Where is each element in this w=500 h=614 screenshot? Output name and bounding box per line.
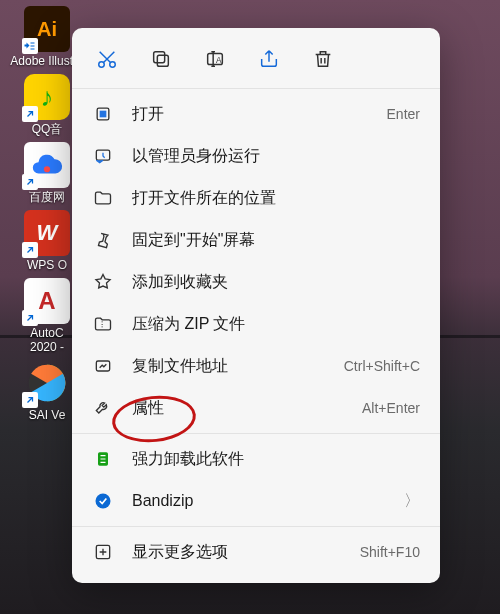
zip-icon: [92, 313, 114, 335]
menu-shortcut: Alt+Enter: [362, 400, 420, 416]
share-icon[interactable]: [256, 46, 282, 72]
icon-label: 百度网: [29, 190, 65, 204]
copypath-icon: [92, 355, 114, 377]
shortcut-overlay: [22, 106, 38, 122]
menu-item-copy-path[interactable]: 复制文件地址 Ctrl+Shift+C: [72, 345, 440, 387]
menu-label: 固定到"开始"屏幕: [132, 230, 420, 251]
star-icon: [92, 271, 114, 293]
svg-text:A: A: [216, 56, 222, 65]
menu-item-show-more[interactable]: 显示更多选项 Shift+F10: [72, 531, 440, 573]
menu-item-add-favorite[interactable]: 添加到收藏夹: [72, 261, 440, 303]
menu-label: 打开文件所在的位置: [132, 188, 420, 209]
shortcut-overlay: [22, 174, 38, 190]
context-toolbar: A: [72, 36, 440, 84]
menu-label: 复制文件地址: [132, 356, 326, 377]
shortcut-overlay: [22, 38, 38, 54]
svg-point-3: [110, 62, 116, 68]
menu-label: 打开: [132, 104, 369, 125]
ai-glyph: Ai: [37, 18, 57, 41]
menu-shortcut: Shift+F10: [360, 544, 420, 560]
autocad-glyph: A: [38, 287, 55, 315]
svg-rect-4: [157, 55, 168, 66]
icon-label: SAI Ve: [29, 408, 66, 422]
open-icon: [92, 103, 114, 125]
icon-label: AutoC 2020 -: [30, 326, 64, 354]
menu-item-run-admin[interactable]: 以管理员身份运行: [72, 135, 440, 177]
more-icon: [92, 541, 114, 563]
chevron-right-icon: 〉: [404, 491, 420, 512]
menu-item-pin-start[interactable]: 固定到"开始"屏幕: [72, 219, 440, 261]
wrench-icon: [92, 397, 114, 419]
menu-item-compress-zip[interactable]: 压缩为 ZIP 文件: [72, 303, 440, 345]
menu-label: 显示更多选项: [132, 542, 342, 563]
menu-shortcut: Enter: [387, 106, 420, 122]
svg-point-2: [99, 62, 105, 68]
menu-label: 以管理员身份运行: [132, 146, 420, 167]
shortcut-overlay: [22, 310, 38, 326]
icon-label: WPS O: [27, 258, 67, 272]
menu-label: 压缩为 ZIP 文件: [132, 314, 420, 335]
menu-label: 添加到收藏夹: [132, 272, 420, 293]
shortcut-overlay: [22, 392, 38, 408]
svg-rect-5: [154, 52, 165, 63]
menu-label: 强力卸载此软件: [132, 449, 420, 470]
menu-label: Bandizip: [132, 492, 386, 510]
folder-icon: [92, 187, 114, 209]
menu-shortcut: Ctrl+Shift+C: [344, 358, 420, 374]
bandizip-icon: [92, 490, 114, 512]
menu-item-uninstall[interactable]: 强力卸载此软件: [72, 438, 440, 480]
music-glyph: ♪: [41, 82, 54, 113]
uninstall-icon: [92, 448, 114, 470]
delete-icon[interactable]: [310, 46, 336, 72]
menu-item-bandizip[interactable]: Bandizip 〉: [72, 480, 440, 522]
cut-icon[interactable]: [94, 46, 120, 72]
svg-point-13: [96, 494, 111, 509]
copy-icon[interactable]: [148, 46, 174, 72]
wps-glyph: W: [37, 220, 58, 246]
menu-item-open-location[interactable]: 打开文件所在的位置: [72, 177, 440, 219]
separator: [72, 526, 440, 527]
menu-label: 属性: [132, 398, 344, 419]
pin-icon: [92, 229, 114, 251]
context-menu: A 打开 Enter 以管理员身份运行 打开文件所在的位置 固定到"开始"屏幕 …: [72, 28, 440, 583]
shortcut-overlay: [22, 242, 38, 258]
rename-icon[interactable]: A: [202, 46, 228, 72]
svg-rect-9: [100, 111, 107, 118]
menu-item-open[interactable]: 打开 Enter: [72, 93, 440, 135]
separator: [72, 433, 440, 434]
menu-item-properties[interactable]: 属性 Alt+Enter: [72, 387, 440, 429]
icon-label: QQ音: [32, 122, 63, 136]
shield-icon: [92, 145, 114, 167]
separator: [72, 88, 440, 89]
svg-point-0: [44, 166, 50, 172]
